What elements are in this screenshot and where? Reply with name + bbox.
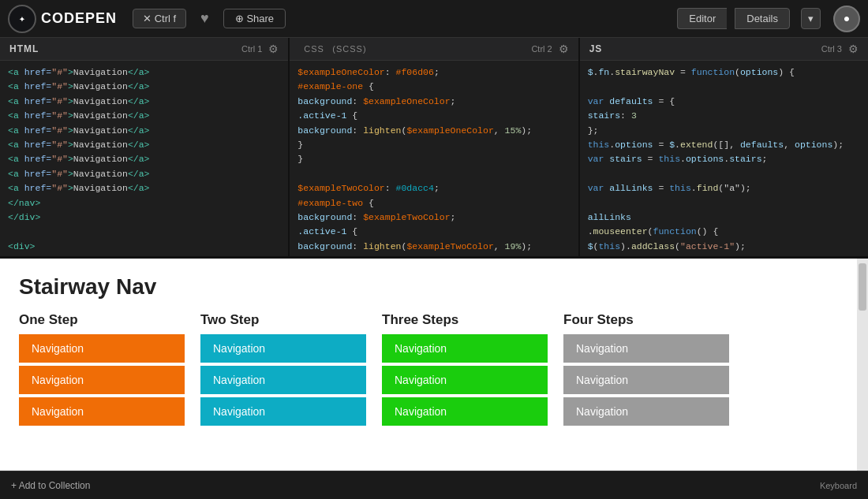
bottom-bar: + Add to Collection Keyboard bbox=[0, 471, 868, 499]
preview-scrollbar[interactable] bbox=[857, 259, 868, 499]
nav-item[interactable]: Navigation bbox=[19, 334, 185, 363]
share-button[interactable]: ⊕ Share bbox=[223, 9, 286, 28]
js-panel: JS Ctrl 3 ⚙ $.fn.stairwayNav = function(… bbox=[580, 38, 868, 256]
preview-area: Stairway Nav One Step Navigation Navigat… bbox=[0, 259, 868, 499]
nav-section-one-step: One Step Navigation Navigation Navigatio… bbox=[19, 312, 185, 429]
css-controls: Ctrl 2 ⚙ bbox=[531, 43, 568, 55]
nav-item[interactable]: Navigation bbox=[19, 366, 185, 394]
nav-item[interactable]: Navigation bbox=[382, 397, 548, 426]
ctrl-f-button[interactable]: ✕ Ctrl f bbox=[133, 9, 186, 28]
add-to-collection-button[interactable]: + Add to Collection bbox=[11, 480, 90, 491]
html-gear-icon[interactable]: ⚙ bbox=[268, 43, 279, 55]
section-title-three: Three Steps bbox=[382, 312, 548, 328]
preview-title: Stairway Nav bbox=[19, 274, 838, 300]
section-title-one: One Step bbox=[19, 312, 185, 328]
editor-button[interactable]: Editor bbox=[677, 8, 727, 29]
nav-item[interactable]: Navigation bbox=[200, 366, 366, 394]
css-panel: CSS (SCSS) Ctrl 2 ⚙ $exampleOneColor: #f… bbox=[290, 38, 579, 256]
html-controls: Ctrl 1 ⚙ bbox=[241, 43, 279, 55]
header: ✦ CODEPEN ✕ Ctrl f ♥ ⊕ Share Editor Deta… bbox=[0, 0, 868, 38]
nav-item[interactable]: Navigation bbox=[382, 334, 548, 363]
avatar[interactable]: ● bbox=[833, 6, 860, 32]
nav-sections: One Step Navigation Navigation Navigatio… bbox=[19, 312, 838, 429]
nav-item[interactable]: Navigation bbox=[19, 397, 185, 426]
js-ctrl-label: Ctrl 3 bbox=[821, 44, 842, 54]
nav-item[interactable]: Navigation bbox=[382, 366, 548, 394]
logo: ✦ CODEPEN bbox=[8, 5, 117, 33]
css-ctrl-label: Ctrl 2 bbox=[531, 44, 552, 54]
html-editor-content[interactable]: <a href="#">Navigation</a> <a href="#">N… bbox=[0, 61, 288, 256]
section-title-two: Two Step bbox=[200, 312, 366, 328]
nav-item[interactable]: Navigation bbox=[563, 366, 729, 394]
nav-section-two-step: Two Step Navigation Navigation Navigatio… bbox=[200, 312, 366, 429]
html-panel: HTML Ctrl 1 ⚙ <a href="#">Navigation</a>… bbox=[0, 38, 290, 256]
css-lang-label: CSS (SCSS) bbox=[299, 43, 366, 54]
js-editor-content[interactable]: $.fn.stairwayNav = function(options) { v… bbox=[580, 61, 868, 256]
html-ctrl-label: Ctrl 1 bbox=[241, 44, 262, 54]
preview-content: Stairway Nav One Step Navigation Navigat… bbox=[0, 259, 857, 499]
nav-item[interactable]: Navigation bbox=[563, 397, 729, 426]
heart-button[interactable]: ♥ bbox=[194, 7, 215, 30]
html-editor-header: HTML Ctrl 1 ⚙ bbox=[0, 38, 288, 61]
nav-item[interactable]: Navigation bbox=[200, 397, 366, 426]
css-editor-header: CSS (SCSS) Ctrl 2 ⚙ bbox=[290, 38, 578, 61]
nav-section-three-steps: Three Steps Navigation Navigation Naviga… bbox=[382, 312, 548, 429]
html-lang-label: HTML bbox=[9, 43, 39, 54]
css-gear-icon[interactable]: ⚙ bbox=[559, 43, 569, 55]
keyboard-label: Keyboard bbox=[820, 481, 857, 490]
js-controls: Ctrl 3 ⚙ bbox=[821, 43, 859, 55]
nav-item[interactable]: Navigation bbox=[563, 334, 729, 363]
js-lang-label: JS bbox=[589, 43, 603, 54]
scrollbar-thumb[interactable] bbox=[859, 263, 866, 311]
nav-item[interactable]: Navigation bbox=[200, 334, 366, 363]
chevron-button[interactable]: ▾ bbox=[801, 8, 821, 29]
nav-section-four-steps: Four Steps Navigation Navigation Navigat… bbox=[563, 312, 729, 429]
js-gear-icon[interactable]: ⚙ bbox=[848, 43, 859, 55]
editors-area: HTML Ctrl 1 ⚙ <a href="#">Navigation</a>… bbox=[0, 38, 868, 259]
js-editor-header: JS Ctrl 3 ⚙ bbox=[580, 38, 868, 61]
logo-text: CODEPEN bbox=[41, 10, 117, 27]
css-editor-content[interactable]: $exampleOneColor: #f06d06; #example-one … bbox=[290, 61, 578, 256]
section-title-four: Four Steps bbox=[563, 312, 729, 328]
logo-icon: ✦ bbox=[8, 5, 36, 33]
details-button[interactable]: Details bbox=[735, 8, 790, 29]
